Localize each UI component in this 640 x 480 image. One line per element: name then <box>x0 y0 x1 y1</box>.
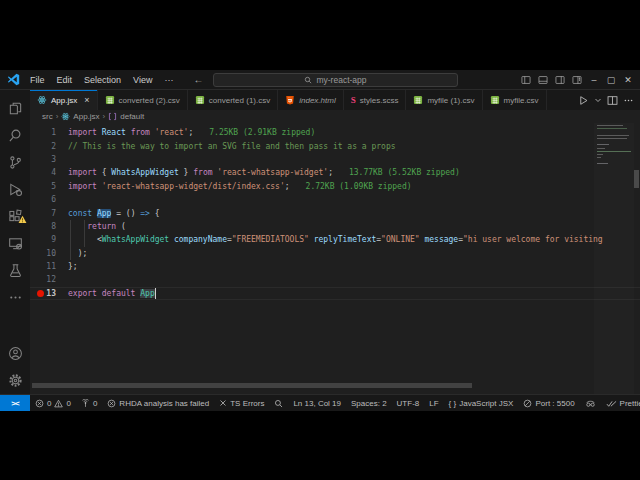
gutter[interactable]: 9 <box>30 233 68 246</box>
sidebar-item-source-control[interactable] <box>0 149 30 176</box>
gutter[interactable]: 4 <box>30 166 68 179</box>
status-eol[interactable]: LF <box>424 395 443 411</box>
tab-label: App.jsx <box>51 96 77 105</box>
window-controls: – ▢ ✕ <box>518 72 640 88</box>
code-token: { <box>102 168 112 177</box>
menu-file[interactable]: File <box>24 70 51 89</box>
status-cursor-position[interactable]: Ln 13, Col 19 <box>288 395 346 411</box>
status-errors-warnings-label: 0 <box>47 399 51 408</box>
layout-customize-icon[interactable] <box>569 72 585 88</box>
gutter[interactable]: 6 <box>30 193 68 206</box>
code-line-1: 1import React from 'react';7.25KB (2.91K… <box>30 126 640 139</box>
gutter[interactable]: 12 <box>30 273 68 286</box>
react-icon <box>37 95 47 105</box>
status-ts-errors[interactable]: TS Errors <box>214 395 269 411</box>
tab-app-jsx[interactable]: App.jsx× <box>30 90 98 110</box>
tab-converted-2-csv[interactable]: converted (2).csv <box>98 90 188 110</box>
tab-myfile-csv[interactable]: myfile.csv <box>483 90 547 110</box>
status-port[interactable]: Port : 5500 <box>518 395 579 411</box>
status-language-mode-label: JavaScript JSX <box>459 399 513 408</box>
close-icon[interactable]: × <box>84 95 89 105</box>
menu-[interactable]: ··· <box>158 70 179 89</box>
status-cursor-position-label: Ln 13, Col 19 <box>293 399 341 408</box>
close-button[interactable]: ✕ <box>620 72 636 88</box>
code-token: "FREEMEDIATOOLS" <box>232 235 309 244</box>
status-search[interactable] <box>269 395 288 411</box>
status-remote[interactable]: >< <box>0 395 30 411</box>
sidebar-item-explorer[interactable] <box>0 95 30 122</box>
minimize-button[interactable]: – <box>586 72 602 88</box>
breadcrumb-src[interactable]: src <box>42 112 53 121</box>
sidebar-item-extensions[interactable] <box>0 203 30 230</box>
tab-bar: App.jsx×converted (2).csvconverted (1).c… <box>30 90 640 110</box>
gutter[interactable]: 5 <box>30 180 68 193</box>
tab-styles-scss[interactable]: Sstyles.scss <box>344 90 407 110</box>
code-editor[interactable]: 1import React from 'react';7.25KB (2.91K… <box>30 123 640 394</box>
tab-converted-1-csv[interactable]: converted (1).csv <box>188 90 278 110</box>
sidebar-item-search[interactable] <box>0 122 30 149</box>
status-ts-errors-label: TS Errors <box>230 399 264 408</box>
back-arrow-icon[interactable]: ← <box>193 74 203 85</box>
breadcrumb-separator: › <box>56 112 59 121</box>
status-rhda[interactable]: RHDA analysis has failed <box>102 395 214 411</box>
tab-label: myfile (1).csv <box>427 96 474 105</box>
gutter[interactable]: 11 <box>30 260 68 273</box>
status-indentation[interactable]: Spaces: 2 <box>346 395 392 411</box>
search-icon <box>304 76 312 84</box>
code-token: = () <box>111 209 140 218</box>
code-token: }; <box>68 262 78 271</box>
line-number: 4 <box>30 168 56 177</box>
run-icon[interactable] <box>578 95 589 106</box>
chevron-down-icon[interactable] <box>594 96 602 104</box>
tab-myfile-1-csv[interactable]: myfile (1).csv <box>406 90 482 110</box>
command-center-search[interactable]: my-react-app <box>213 73 458 87</box>
layout-panel-icon[interactable] <box>535 72 551 88</box>
sidebar-item-testing[interactable] <box>0 257 30 284</box>
sidebar-item-settings[interactable] <box>0 367 30 394</box>
code-token: 13.77KB (5.52KB zipped) <box>349 168 460 177</box>
breakpoint-dot[interactable] <box>37 290 44 297</box>
code-token: React <box>102 128 131 137</box>
sidebar-item-remote-explorer[interactable] <box>0 230 30 257</box>
breadcrumb-symbol[interactable]: default <box>120 112 144 121</box>
split-editor-icon[interactable] <box>607 95 618 106</box>
status-language-mode[interactable]: { }JavaScript JSX <box>444 395 519 411</box>
layout-sidebar-left-icon[interactable] <box>518 72 534 88</box>
breadcrumb-file[interactable]: App.jsx <box>73 112 99 121</box>
status-copilot[interactable] <box>580 395 601 411</box>
minimap[interactable] <box>594 123 634 394</box>
horizontal-scrollbar[interactable] <box>32 383 472 388</box>
gutter[interactable]: 10 <box>30 247 68 260</box>
line-number: 9 <box>30 235 56 244</box>
indent-guide <box>84 220 85 247</box>
restore-button[interactable]: ▢ <box>603 72 619 88</box>
status-ports[interactable]: 0 <box>76 395 102 411</box>
minimap-line <box>597 148 605 149</box>
menu-view[interactable]: View <box>127 70 158 89</box>
more-actions-icon[interactable] <box>623 95 634 106</box>
gutter[interactable]: 13 <box>30 287 68 300</box>
vertical-scrollbar[interactable] <box>634 170 639 188</box>
gutter[interactable]: 3 <box>30 153 68 166</box>
code-line-4: 4import { WhatsAppWidget } from 'react-w… <box>30 166 640 179</box>
tab-label: converted (1).csv <box>209 96 270 105</box>
scss-icon: S <box>351 95 356 105</box>
csv-icon <box>413 95 423 105</box>
gutter[interactable]: 7 <box>30 206 68 219</box>
sidebar-item-accounts[interactable] <box>0 340 30 367</box>
code-token: ; <box>188 128 193 137</box>
layout-sidebar-right-icon[interactable] <box>552 72 568 88</box>
status-prettier[interactable]: Prettier <box>601 395 640 411</box>
menu-selection[interactable]: Selection <box>78 70 127 89</box>
gutter[interactable]: 1 <box>30 126 68 139</box>
sidebar-item-run-and-debug[interactable] <box>0 176 30 203</box>
status-errors-warnings[interactable]: 00 <box>30 395 76 411</box>
gutter[interactable]: 2 <box>30 139 68 152</box>
menu-edit[interactable]: Edit <box>51 70 79 89</box>
status-encoding-label: UTF-8 <box>397 399 420 408</box>
line-number: 8 <box>30 222 56 231</box>
sidebar-item-more[interactable] <box>0 284 30 311</box>
status-encoding[interactable]: UTF-8 <box>392 395 425 411</box>
gutter[interactable]: 8 <box>30 220 68 233</box>
tab-index-html[interactable]: index.html <box>278 90 343 110</box>
